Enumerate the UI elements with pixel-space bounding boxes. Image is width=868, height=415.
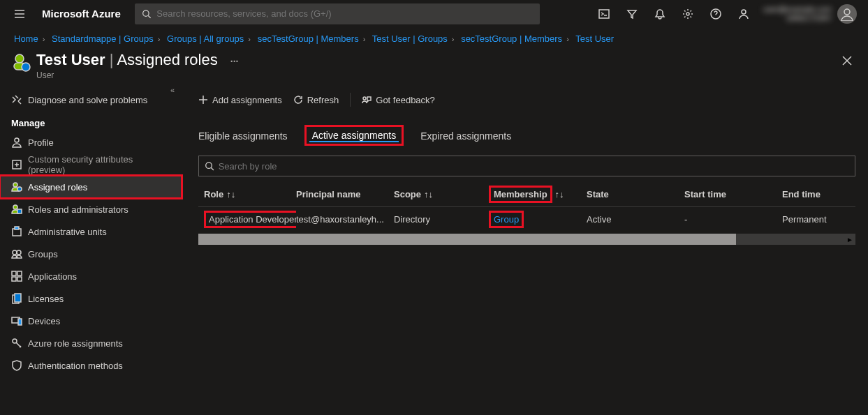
svg-point-28 xyxy=(363,97,366,100)
sidebar-item-label: Diagnose and solve problems xyxy=(28,95,147,105)
cell-start: - xyxy=(684,214,782,225)
brand-label: Microsoft Azure xyxy=(42,8,121,20)
help-icon[interactable] xyxy=(702,0,730,28)
svg-rect-21 xyxy=(12,277,16,281)
svg-point-5 xyxy=(844,9,850,15)
svg-rect-20 xyxy=(17,271,22,276)
feedback-person-icon[interactable] xyxy=(730,0,758,28)
svg-point-18 xyxy=(17,250,21,255)
sidebar-item-profile[interactable]: Profile xyxy=(0,131,182,153)
title-more-button[interactable]: ··· xyxy=(230,56,239,67)
cell-state: Active xyxy=(587,214,684,225)
sort-icon: ↑↓ xyxy=(555,189,564,199)
sidebar-item-label: Assigned roles xyxy=(28,182,87,193)
sidebar-item-diagnose[interactable]: Diagnose and solve problems xyxy=(0,89,182,111)
crumb-3[interactable]: secTestGroup | Members xyxy=(258,33,359,44)
add-assignments-button[interactable]: Add assignments xyxy=(198,95,282,105)
sidebar-item-devices[interactable]: Devices xyxy=(0,310,182,332)
settings-icon[interactable] xyxy=(674,0,702,28)
sidebar-item-roles-admins[interactable]: Roles and administrators xyxy=(0,198,182,220)
tab-expired[interactable]: Expired assignments xyxy=(420,130,511,146)
sidebar-item-label: Devices xyxy=(28,316,60,326)
crumb-2[interactable]: Groups | All groups xyxy=(167,33,244,44)
col-scope[interactable]: Scope↑↓ xyxy=(394,189,489,199)
scroll-right-icon[interactable]: ► xyxy=(844,234,855,245)
filter-icon[interactable] xyxy=(618,0,646,28)
licenses-icon xyxy=(11,293,22,304)
svg-point-17 xyxy=(13,250,17,255)
sort-icon: ↑↓ xyxy=(226,189,235,199)
main-content: Add assignments Refresh Got feedback? El… xyxy=(182,86,868,415)
membership-link[interactable]: Group xyxy=(494,214,519,225)
crumb-4[interactable]: Test User | Groups xyxy=(372,33,448,44)
cell-principal: test@haxorstanleyh... xyxy=(296,214,394,225)
notifications-icon[interactable] xyxy=(646,0,674,28)
global-search-input[interactable] xyxy=(156,8,533,19)
sidebar-item-label: Custom security attributes (preview) xyxy=(28,154,170,175)
col-state[interactable]: State xyxy=(587,189,684,199)
search-icon xyxy=(142,9,151,19)
sidebar-item-custom-security[interactable]: Custom security attributes (preview) xyxy=(0,153,182,176)
col-role[interactable]: Role↑↓ xyxy=(198,189,296,199)
sidebar-item-label: Roles and administrators xyxy=(28,204,128,215)
menu-button[interactable] xyxy=(6,0,34,28)
breadcrumb: Home› Standardmappe | Groups› Groups | A… xyxy=(0,28,868,51)
svg-point-4 xyxy=(742,10,746,14)
sidebar-section-manage: Manage xyxy=(0,111,182,131)
crumb-0[interactable]: Home xyxy=(14,33,38,44)
sidebar-item-label: Administrative units xyxy=(28,227,107,237)
horizontal-scrollbar[interactable]: ◄ ► xyxy=(198,234,855,245)
role-search-input[interactable] xyxy=(219,161,849,172)
svg-point-11 xyxy=(13,183,17,187)
account-menu[interactable]: user@example.com DIRECTORY xyxy=(758,4,862,24)
svg-rect-16 xyxy=(15,227,19,229)
col-principal[interactable]: Principal name xyxy=(296,189,394,199)
table-row[interactable]: Application Developer test@haxorstanleyh… xyxy=(198,207,855,231)
sidebar-item-label: Azure role assignments xyxy=(28,338,123,349)
cell-role: Application Developer xyxy=(198,211,296,228)
cloud-shell-icon[interactable] xyxy=(590,0,618,28)
feedback-button[interactable]: Got feedback? xyxy=(362,95,435,105)
scrollbar-thumb[interactable] xyxy=(198,234,736,245)
svg-point-13 xyxy=(13,205,17,209)
col-start[interactable]: Start time xyxy=(684,189,782,199)
svg-point-9 xyxy=(15,138,19,142)
user-entity-icon xyxy=(11,52,31,72)
assignments-table: Role↑↓ Principal name Scope↑↓ Membership… xyxy=(198,182,855,245)
cell-end: Permanent xyxy=(782,214,855,225)
tab-active[interactable]: Active assignments xyxy=(304,125,404,146)
crumb-5[interactable]: secTestGroup | Members xyxy=(461,33,562,44)
cell-membership: Group xyxy=(489,211,587,228)
close-blade-button[interactable] xyxy=(840,54,854,68)
crumb-1[interactable]: Standardmappe | Groups xyxy=(52,33,154,44)
sidebar-item-auth-methods[interactable]: Authentication methods xyxy=(0,354,182,377)
sidebar: « Diagnose and solve problems Manage Pro… xyxy=(0,86,182,415)
sidebar-item-groups[interactable]: Groups xyxy=(0,243,182,265)
svg-rect-24 xyxy=(15,294,21,302)
col-membership[interactable]: Membership↑↓ xyxy=(489,186,587,203)
cell-scope: Directory xyxy=(394,214,489,225)
sidebar-item-azure-role-assignments[interactable]: Azure role assignments xyxy=(0,332,182,354)
page-title: Test User | Assigned roles ··· xyxy=(36,51,857,69)
svg-point-6 xyxy=(15,54,24,63)
role-search[interactable] xyxy=(198,156,855,176)
search-icon xyxy=(205,161,214,171)
collapse-sidebar-button[interactable]: « xyxy=(170,86,175,94)
sidebar-item-assigned-roles[interactable]: Assigned roles xyxy=(0,176,182,198)
title-page: Assigned roles xyxy=(117,51,217,68)
svg-rect-14 xyxy=(17,209,22,213)
groups-icon xyxy=(11,248,22,259)
refresh-label: Refresh xyxy=(307,95,339,105)
refresh-button[interactable]: Refresh xyxy=(293,95,339,105)
crumb-6[interactable]: Test User xyxy=(575,33,614,44)
sidebar-item-admin-units[interactable]: Administrative units xyxy=(0,220,182,243)
title-subtype: User xyxy=(36,70,857,80)
sidebar-item-licenses[interactable]: Licenses xyxy=(0,287,182,310)
sidebar-item-applications[interactable]: Applications xyxy=(0,265,182,287)
roles-admin-icon xyxy=(11,204,22,215)
tab-eligible[interactable]: Eligible assignments xyxy=(198,130,288,146)
key-icon xyxy=(11,338,22,349)
global-search[interactable] xyxy=(135,3,540,24)
account-email: user@example.com xyxy=(763,5,832,14)
col-end[interactable]: End time xyxy=(782,189,855,199)
